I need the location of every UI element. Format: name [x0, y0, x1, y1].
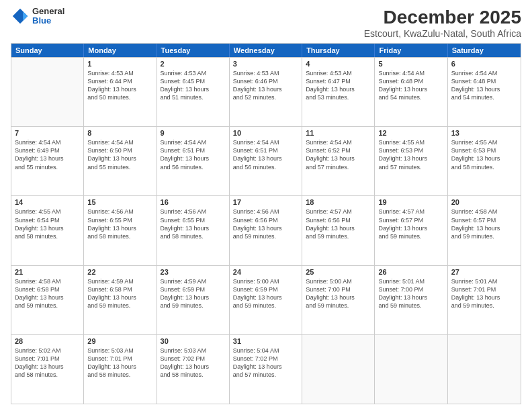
day-number: 9	[161, 129, 226, 137]
calendar-cell: 27Sunrise: 5:01 AM Sunset: 7:01 PM Dayli…	[448, 266, 521, 334]
day-number: 26	[378, 268, 443, 276]
cell-text: Sunrise: 5:04 AM Sunset: 7:02 PM Dayligh…	[233, 347, 298, 379]
day-number: 18	[306, 198, 371, 206]
cell-text: Sunrise: 4:54 AM Sunset: 6:52 PM Dayligh…	[306, 138, 371, 171]
day-number: 17	[233, 198, 298, 206]
calendar-cell: 20Sunrise: 4:58 AM Sunset: 6:57 PM Dayli…	[448, 196, 521, 265]
cell-text: Sunrise: 5:00 AM Sunset: 6:59 PM Dayligh…	[233, 277, 298, 310]
day-number: 25	[306, 268, 371, 276]
day-number: 1	[87, 60, 152, 68]
day-number: 10	[233, 129, 298, 137]
calendar-row-0: 1Sunrise: 4:53 AM Sunset: 6:44 PM Daylig…	[11, 57, 521, 126]
day-number: 23	[161, 268, 226, 276]
cell-text: Sunrise: 4:54 AM Sunset: 6:50 PM Dayligh…	[87, 138, 152, 171]
header-day-thursday: Thursday	[302, 44, 375, 57]
calendar-cell: 31Sunrise: 5:04 AM Sunset: 7:02 PM Dayli…	[230, 335, 302, 404]
header-day-sunday: Sunday	[11, 44, 84, 57]
day-number: 2	[161, 60, 226, 68]
calendar-row-1: 7Sunrise: 4:54 AM Sunset: 6:49 PM Daylig…	[11, 126, 521, 195]
calendar-cell: 22Sunrise: 4:59 AM Sunset: 6:58 PM Dayli…	[84, 266, 157, 334]
title-block: December 2025 Estcourt, KwaZulu-Natal, S…	[364, 7, 521, 39]
calendar-cell: 18Sunrise: 4:57 AM Sunset: 6:56 PM Dayli…	[302, 196, 375, 265]
cell-text: Sunrise: 4:56 AM Sunset: 6:55 PM Dayligh…	[87, 208, 152, 240]
day-number: 20	[451, 198, 517, 206]
cell-text: Sunrise: 4:54 AM Sunset: 6:48 PM Dayligh…	[378, 69, 443, 102]
logo-text: General Blue	[32, 7, 64, 26]
calendar-cell: 5Sunrise: 4:54 AM Sunset: 6:48 PM Daylig…	[375, 58, 447, 126]
day-number: 11	[306, 129, 371, 137]
calendar-cell: 23Sunrise: 4:59 AM Sunset: 6:59 PM Dayli…	[157, 266, 230, 334]
main-title: December 2025	[364, 7, 521, 28]
cell-text: Sunrise: 4:53 AM Sunset: 6:47 PM Dayligh…	[306, 69, 371, 102]
svg-marker-1	[23, 11, 28, 21]
calendar-row-3: 21Sunrise: 4:58 AM Sunset: 6:58 PM Dayli…	[11, 265, 521, 334]
calendar-cell: 13Sunrise: 4:55 AM Sunset: 6:53 PM Dayli…	[448, 127, 521, 195]
day-number: 14	[15, 198, 80, 206]
calendar-cell: 15Sunrise: 4:56 AM Sunset: 6:55 PM Dayli…	[84, 196, 157, 265]
calendar-cell: 26Sunrise: 5:01 AM Sunset: 7:00 PM Dayli…	[375, 266, 447, 334]
cell-text: Sunrise: 4:53 AM Sunset: 6:44 PM Dayligh…	[87, 69, 152, 102]
calendar-cell	[375, 335, 447, 404]
calendar-cell	[448, 335, 521, 404]
day-number: 13	[451, 129, 517, 137]
cell-text: Sunrise: 5:02 AM Sunset: 7:01 PM Dayligh…	[15, 347, 80, 379]
cell-text: Sunrise: 4:53 AM Sunset: 6:46 PM Dayligh…	[233, 69, 298, 102]
header-day-friday: Friday	[375, 44, 447, 57]
calendar-cell: 1Sunrise: 4:53 AM Sunset: 6:44 PM Daylig…	[84, 58, 157, 126]
logo: General Blue	[11, 7, 64, 26]
calendar-cell: 4Sunrise: 4:53 AM Sunset: 6:47 PM Daylig…	[302, 58, 375, 126]
calendar-cell: 11Sunrise: 4:54 AM Sunset: 6:52 PM Dayli…	[302, 127, 375, 195]
day-number: 8	[87, 129, 152, 137]
cell-text: Sunrise: 5:03 AM Sunset: 7:01 PM Dayligh…	[87, 347, 152, 379]
calendar-row-2: 14Sunrise: 4:55 AM Sunset: 6:54 PM Dayli…	[11, 195, 521, 265]
cell-text: Sunrise: 5:01 AM Sunset: 7:00 PM Dayligh…	[378, 277, 443, 310]
header-day-wednesday: Wednesday	[230, 44, 302, 57]
day-number: 19	[378, 198, 443, 206]
day-number: 28	[15, 337, 80, 345]
day-number: 4	[306, 60, 371, 68]
calendar: SundayMondayTuesdayWednesdayThursdayFrid…	[11, 43, 521, 404]
day-number: 22	[87, 268, 152, 276]
calendar-header-row: SundayMondayTuesdayWednesdayThursdayFrid…	[11, 44, 521, 57]
calendar-cell: 7Sunrise: 4:54 AM Sunset: 6:49 PM Daylig…	[11, 127, 84, 195]
calendar-cell: 6Sunrise: 4:54 AM Sunset: 6:48 PM Daylig…	[448, 58, 521, 126]
calendar-body: 1Sunrise: 4:53 AM Sunset: 6:44 PM Daylig…	[11, 57, 521, 404]
cell-text: Sunrise: 4:54 AM Sunset: 6:51 PM Dayligh…	[161, 138, 226, 171]
logo-icon	[11, 7, 30, 26]
calendar-cell: 3Sunrise: 4:53 AM Sunset: 6:46 PM Daylig…	[230, 58, 302, 126]
calendar-cell: 25Sunrise: 5:00 AM Sunset: 7:00 PM Dayli…	[302, 266, 375, 334]
cell-text: Sunrise: 4:59 AM Sunset: 6:59 PM Dayligh…	[161, 277, 226, 310]
day-number: 30	[161, 337, 226, 345]
calendar-cell	[302, 335, 375, 404]
calendar-cell: 12Sunrise: 4:55 AM Sunset: 6:53 PM Dayli…	[375, 127, 447, 195]
calendar-cell: 14Sunrise: 4:55 AM Sunset: 6:54 PM Dayli…	[11, 196, 84, 265]
cell-text: Sunrise: 4:54 AM Sunset: 6:48 PM Dayligh…	[451, 69, 517, 102]
day-number: 29	[87, 337, 152, 345]
day-number: 16	[161, 198, 226, 206]
page: General Blue December 2025 Estcourt, Kwa…	[0, 0, 532, 411]
calendar-cell: 17Sunrise: 4:56 AM Sunset: 6:56 PM Dayli…	[230, 196, 302, 265]
subtitle: Estcourt, KwaZulu-Natal, South Africa	[364, 28, 521, 39]
calendar-cell: 8Sunrise: 4:54 AM Sunset: 6:50 PM Daylig…	[84, 127, 157, 195]
cell-text: Sunrise: 4:56 AM Sunset: 6:55 PM Dayligh…	[161, 208, 226, 240]
day-number: 6	[451, 60, 517, 68]
header-day-saturday: Saturday	[448, 44, 521, 57]
calendar-cell: 9Sunrise: 4:54 AM Sunset: 6:51 PM Daylig…	[157, 127, 230, 195]
header: General Blue December 2025 Estcourt, Kwa…	[11, 7, 521, 39]
cell-text: Sunrise: 5:00 AM Sunset: 7:00 PM Dayligh…	[306, 277, 371, 310]
calendar-cell: 28Sunrise: 5:02 AM Sunset: 7:01 PM Dayli…	[11, 335, 84, 404]
calendar-cell: 16Sunrise: 4:56 AM Sunset: 6:55 PM Dayli…	[157, 196, 230, 265]
logo-blue: Blue	[32, 16, 64, 26]
cell-text: Sunrise: 4:55 AM Sunset: 6:53 PM Dayligh…	[451, 138, 517, 171]
day-number: 5	[378, 60, 443, 68]
day-number: 31	[233, 337, 298, 345]
logo-general: General	[32, 7, 64, 16]
calendar-cell	[11, 58, 84, 126]
cell-text: Sunrise: 4:55 AM Sunset: 6:54 PM Dayligh…	[15, 208, 80, 240]
calendar-cell: 29Sunrise: 5:03 AM Sunset: 7:01 PM Dayli…	[84, 335, 157, 404]
cell-text: Sunrise: 5:01 AM Sunset: 7:01 PM Dayligh…	[451, 277, 517, 310]
cell-text: Sunrise: 4:57 AM Sunset: 6:56 PM Dayligh…	[306, 208, 371, 240]
calendar-cell: 30Sunrise: 5:03 AM Sunset: 7:02 PM Dayli…	[157, 335, 230, 404]
calendar-row-4: 28Sunrise: 5:02 AM Sunset: 7:01 PM Dayli…	[11, 334, 521, 404]
cell-text: Sunrise: 4:59 AM Sunset: 6:58 PM Dayligh…	[87, 277, 152, 310]
